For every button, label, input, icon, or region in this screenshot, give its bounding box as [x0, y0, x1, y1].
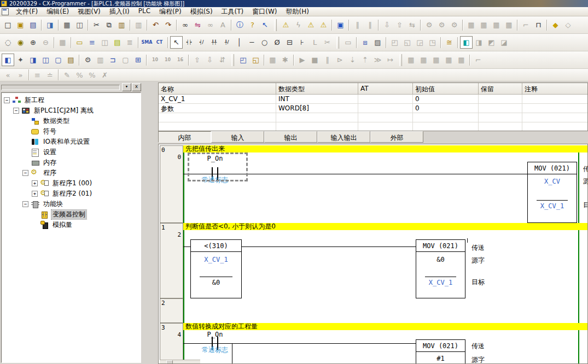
variable-cell-r1-retained[interactable]: [479, 104, 522, 113]
operand-source[interactable]: &0: [416, 256, 465, 263]
tree-item-symbols[interactable]: 符号: [2, 126, 141, 137]
expand-toggle[interactable]: +: [32, 191, 38, 197]
toolbar-grip[interactable]: [399, 54, 402, 66]
context-help-button[interactable]: ↖: [259, 19, 271, 31]
new-horizontal-line-button[interactable]: ─: [246, 36, 258, 49]
operand-destination[interactable]: X_CV_1: [528, 202, 577, 210]
new-coil-button[interactable]: ○: [258, 36, 271, 49]
view-sma-button[interactable]: SMA: [141, 36, 153, 49]
tree-item-inverter-control[interactable]: 变频器控制: [2, 209, 141, 220]
print-button[interactable]: ▦: [61, 19, 73, 31]
rung-margin-1[interactable]: 1 2: [160, 223, 183, 298]
show-cross-reference-button[interactable]: ◫: [39, 54, 52, 66]
toolbar-grip[interactable]: [336, 37, 339, 49]
collapse-toggle[interactable]: −: [22, 170, 28, 176]
variable-cell-r2-name[interactable]: [159, 113, 276, 122]
column-header-initial-value[interactable]: 初始值: [413, 83, 479, 95]
variable-cell-r3-comment[interactable]: [522, 122, 588, 131]
save-button[interactable]: ▤: [27, 19, 39, 31]
time-chart-monitor-button[interactable]: ⊓: [532, 19, 545, 31]
tab-input[interactable]: 输入: [211, 131, 264, 143]
program-check-options-button[interactable]: ⚠: [317, 19, 330, 31]
tree-item-program2[interactable]: +新程序2 (01): [2, 189, 141, 199]
toolbar-grip[interactable]: [231, 54, 234, 66]
zoom-in-button[interactable]: ⊕: [27, 36, 39, 49]
undo-button[interactable]: ↶: [149, 19, 162, 31]
menu-insert[interactable]: 插入(I): [105, 7, 134, 16]
menu-view[interactable]: 视图(V): [73, 7, 105, 16]
mov-instruction-rung1[interactable]: MOV (021) &0 X_CV_1: [416, 239, 465, 298]
transfer-fb-source-button[interactable]: ◰: [237, 54, 249, 66]
column-header-name[interactable]: 名称: [159, 83, 276, 95]
watch-window-button[interactable]: ◧: [460, 36, 473, 49]
tree-item-function-blocks[interactable]: −功能块: [2, 199, 141, 209]
properties-button[interactable]: ▤: [65, 54, 77, 66]
show-project-workspace-button[interactable]: ◧: [2, 54, 14, 66]
chevron-down-icon[interactable]: ▾: [122, 83, 131, 91]
collapse-toggle[interactable]: −: [4, 97, 10, 103]
variable-cell-r3-name[interactable]: [159, 122, 276, 131]
variable-cell-r1-comment[interactable]: [522, 104, 588, 113]
variable-cell-r1-data-type[interactable]: WORD[8]: [276, 104, 358, 113]
open-file-button[interactable]: ▣: [14, 19, 27, 31]
watch-grid-button[interactable]: ▨: [371, 36, 384, 49]
variable-cell-r3-at[interactable]: [358, 122, 413, 131]
variable-cell-r0-comment[interactable]: [522, 95, 588, 104]
menu-program[interactable]: 编程(P): [155, 7, 186, 16]
collapse-toggle[interactable]: −: [22, 201, 28, 207]
expand-toggle[interactable]: +: [32, 180, 38, 186]
collapse-toggle[interactable]: −: [13, 108, 19, 114]
operand-2[interactable]: &0: [191, 279, 241, 286]
menu-window[interactable]: 窗口(W): [248, 7, 281, 16]
scrollbar-thumb[interactable]: [166, 360, 173, 364]
cross-reference-popup-button[interactable]: ≅: [443, 36, 456, 49]
tree-item-programs[interactable]: −程序: [2, 168, 141, 178]
column-header-at[interactable]: AT: [358, 83, 413, 95]
show-local-window-button[interactable]: ▢: [52, 54, 65, 66]
new-or-closed-contact-button[interactable]: ╀/: [220, 36, 233, 49]
rung-comment-1[interactable]: 判断值是否<0, 小于则认为是0: [183, 223, 587, 230]
new-instruction-button[interactable]: ⊟: [283, 36, 296, 49]
tree-item-settings[interactable]: 设置: [2, 147, 141, 157]
close-icon[interactable]: x: [132, 83, 141, 91]
protection-lock-button[interactable]: ◆: [549, 19, 562, 31]
copy-button[interactable]: ⧉: [103, 19, 115, 31]
mdi-child-window-icon[interactable]: [2, 8, 9, 15]
show-symbol-bar-button[interactable]: ▭: [73, 36, 86, 49]
tree-item-program1[interactable]: +新程序1 (00): [2, 178, 141, 189]
menu-simulation[interactable]: 模拟(S): [186, 7, 217, 16]
menu-plc[interactable]: PLC: [134, 7, 155, 16]
variable-cell-r2-at[interactable]: [358, 113, 413, 122]
tab-external[interactable]: 外部: [370, 131, 423, 143]
column-header-retained[interactable]: 保留: [479, 83, 522, 95]
column-header-comment[interactable]: 注释: [522, 83, 588, 95]
new-fb-call-button[interactable]: ⊦: [296, 36, 308, 49]
variable-cell-r2-data-type[interactable]: [276, 113, 358, 122]
compare-programs-button[interactable]: ◨: [44, 19, 56, 31]
tree-item-io-table[interactable]: IO表和单元设置: [2, 137, 141, 147]
show-address-reference-button[interactable]: ⧈: [359, 36, 371, 49]
new-file-button[interactable]: □: [2, 19, 14, 31]
new-or-contact-button[interactable]: ╀╀: [208, 36, 220, 49]
variable-cell-r2-initial-value[interactable]: [413, 113, 479, 122]
show-output-window-button[interactable]: ✦: [14, 54, 27, 66]
variable-cell-r0-initial-value[interactable]: 0: [413, 95, 479, 104]
work-online-button[interactable]: ▣: [334, 19, 347, 31]
variable-cell-r3-data-type[interactable]: [276, 122, 358, 131]
variable-cell-r0-at[interactable]: [358, 95, 413, 104]
operand-destination[interactable]: X_CV_1: [416, 279, 465, 286]
operand-source[interactable]: X_CV: [528, 178, 577, 185]
variable-cell-r2-comment[interactable]: [522, 113, 588, 122]
variable-cell-r1-name[interactable]: 参数: [159, 104, 276, 113]
replace-button[interactable]: ⇋: [191, 19, 204, 31]
new-contact-button[interactable]: ┥┝: [183, 36, 195, 49]
rung-margin-3[interactable]: 3 4: [160, 323, 183, 364]
operand-1[interactable]: X_CV_1: [191, 256, 241, 263]
contact-operand-p-on[interactable]: P_On: [196, 331, 234, 338]
variable-cell-r1-at[interactable]: [358, 104, 413, 113]
check-programs-button[interactable]: ⚠: [305, 19, 317, 31]
operand-source[interactable]: #1: [416, 355, 465, 362]
monitor-binary-button[interactable]: ⊞: [132, 54, 144, 66]
cut-button[interactable]: ✂: [90, 19, 103, 31]
paste-button[interactable]: ▥: [115, 19, 128, 31]
